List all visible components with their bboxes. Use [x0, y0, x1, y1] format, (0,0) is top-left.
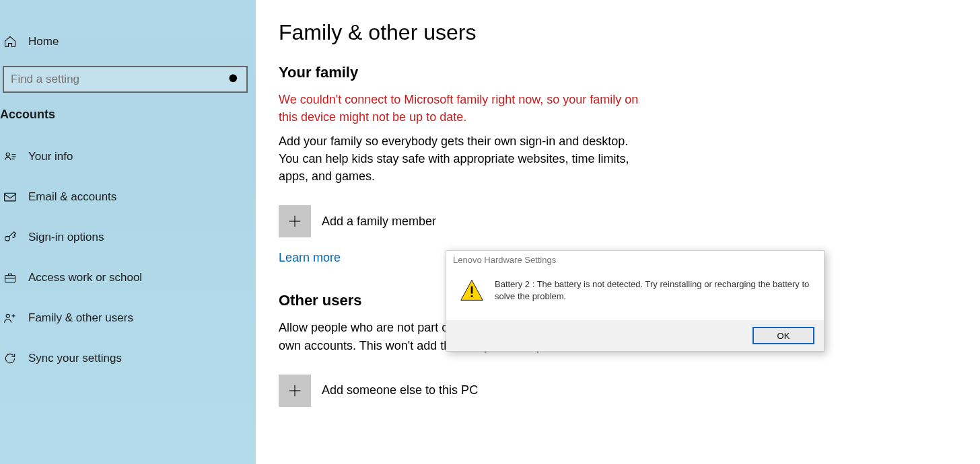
- add-other-label: Add someone else to this PC: [322, 383, 478, 397]
- briefcase-icon: [3, 270, 18, 285]
- sidebar-item-signin-options[interactable]: Sign-in options: [0, 221, 256, 254]
- sidebar-item-label: Sign-in options: [28, 231, 104, 244]
- sidebar-item-work-school[interactable]: Access work or school: [0, 262, 256, 294]
- dialog-button-bar: OK: [446, 320, 824, 351]
- person-card-icon: [3, 149, 18, 164]
- svg-point-0: [230, 75, 238, 83]
- add-other-user-button[interactable]: Add someone else to this PC: [279, 375, 953, 407]
- sidebar-item-label: Your info: [28, 150, 73, 163]
- settings-sidebar: Home Accounts Your info Email & accounts…: [0, 0, 256, 464]
- sidebar-item-label: Access work or school: [28, 271, 142, 284]
- add-family-label: Add a family member: [322, 215, 436, 229]
- plus-icon: [279, 205, 311, 237]
- family-heading: Your family: [279, 64, 953, 81]
- sidebar-section-title: Accounts: [0, 105, 256, 141]
- sidebar-item-label: Sync your settings: [28, 352, 122, 365]
- svg-point-7: [5, 236, 10, 241]
- svg-rect-16: [471, 286, 473, 294]
- sidebar-item-your-info[interactable]: Your info: [0, 141, 256, 173]
- family-desc-text: Add your family so everybody gets their …: [279, 132, 642, 185]
- search-box[interactable]: [3, 66, 248, 93]
- sidebar-item-email-accounts[interactable]: Email & accounts: [0, 181, 256, 213]
- svg-point-10: [6, 314, 9, 317]
- search-input[interactable]: [11, 73, 228, 86]
- learn-more-link[interactable]: Learn more: [279, 251, 341, 265]
- dialog-title: Lenovo Hardware Settings: [446, 251, 824, 269]
- page-title: Family & other users: [279, 20, 953, 45]
- dialog-message: Battery 2 : The battery is not detected.…: [495, 278, 810, 303]
- warning-icon: [460, 278, 484, 303]
- svg-rect-8: [5, 276, 15, 282]
- ok-button[interactable]: OK: [753, 327, 814, 344]
- add-family-member-button[interactable]: Add a family member: [279, 205, 953, 237]
- hardware-warning-dialog: Lenovo Hardware Settings Battery 2 : The…: [446, 250, 825, 352]
- family-error-text: We couldn't connect to Microsoft family …: [279, 91, 642, 126]
- people-icon: [3, 311, 18, 325]
- sidebar-item-sync-settings[interactable]: Sync your settings: [0, 342, 256, 375]
- sidebar-item-label: Email & accounts: [28, 190, 116, 204]
- sync-icon: [3, 351, 18, 366]
- home-nav[interactable]: Home: [0, 26, 256, 58]
- home-icon: [3, 34, 18, 49]
- svg-rect-17: [471, 295, 473, 297]
- key-icon: [3, 230, 18, 245]
- svg-rect-6: [5, 193, 16, 201]
- home-label: Home: [28, 35, 59, 48]
- svg-line-1: [236, 81, 239, 84]
- sidebar-item-label: Family & other users: [28, 311, 133, 325]
- mail-icon: [3, 190, 18, 204]
- plus-icon: [279, 375, 311, 407]
- search-icon: [228, 73, 241, 86]
- svg-point-2: [6, 153, 9, 156]
- main-content: Family & other users Your family We coul…: [256, 0, 980, 464]
- sidebar-item-family-users[interactable]: Family & other users: [0, 302, 256, 334]
